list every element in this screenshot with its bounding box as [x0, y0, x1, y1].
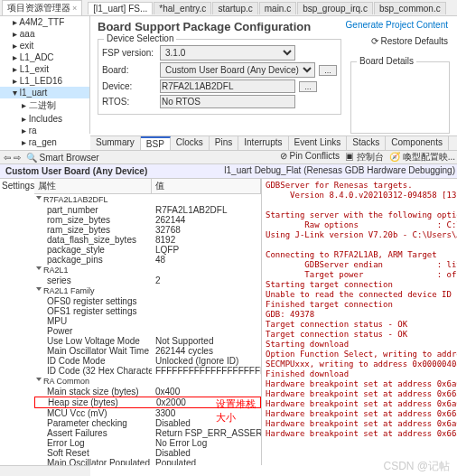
- property-group[interactable]: RA Common: [34, 376, 261, 387]
- table-row[interactable]: data_flash_size_bytes8192: [34, 235, 261, 245]
- pin-conflicts-tab[interactable]: ⊘ Pin Conflicts: [280, 151, 340, 163]
- table-row[interactable]: Heap size (bytes)0x2000设置堆栈大小: [34, 397, 261, 408]
- table-row[interactable]: Soft ResetDisabled: [34, 448, 261, 458]
- device-selection-group: Device Selection FSP version:3.1.0 Board…: [98, 39, 341, 115]
- smart-browser-tab[interactable]: 🔍 Smart Browser: [26, 153, 99, 163]
- table-row[interactable]: package_pins48: [34, 255, 261, 265]
- watermark: CSDN @记帖: [383, 459, 450, 474]
- tab-components[interactable]: Components: [386, 136, 449, 150]
- settings-label: Settings: [2, 181, 34, 191]
- toolbar-row: ⇦ ⇨ 🔍 Smart Browser ⊘ Pin Conflicts ▣ 控制…: [0, 150, 457, 164]
- table-row[interactable]: OFS1 register settings: [34, 306, 261, 316]
- tab-clocks[interactable]: Clocks: [171, 136, 210, 150]
- tree-item[interactable]: ▸ L1_exit: [0, 63, 89, 75]
- fsp-select[interactable]: 3.1.0: [160, 45, 295, 61]
- table-row[interactable]: Main Oscillator Wait Time262144 cycles: [34, 346, 261, 356]
- table-row[interactable]: Main Oscillator PopulatedPopulated: [34, 458, 261, 465]
- tab-eventlinks[interactable]: Event Links: [289, 136, 348, 150]
- device-browse-button[interactable]: ...: [299, 81, 317, 92]
- rtos-label: RTOS:: [102, 97, 156, 107]
- tree-sub-item[interactable]: ▸ ra: [9, 125, 89, 136]
- device-field: [160, 79, 295, 93]
- top-tabbar: 项目资源管理器× [l1_uart] FS... *hal_entry.c st…: [0, 0, 457, 16]
- console-tab[interactable]: ▣ 控制台: [345, 151, 384, 163]
- console-header: l1_uart Debug_Flat (Renesas GDB Hardware…: [224, 165, 455, 175]
- table-row[interactable]: Power: [34, 326, 261, 336]
- tree-sub-item[interactable]: ▸ 二进制: [9, 98, 89, 113]
- table-row[interactable]: ID Code (32 Hex Characters)FFFFFFFFFFFFF…: [34, 366, 261, 376]
- rtos-field: [160, 95, 295, 108]
- editor-tab-1[interactable]: *hal_entry.c: [154, 2, 211, 14]
- editor-tab-3[interactable]: main.c: [259, 2, 296, 14]
- table-row[interactable]: Use Low Voltage ModeNot Supported: [34, 336, 261, 346]
- editor-tab-0[interactable]: [l1_uart] FS...: [88, 2, 153, 14]
- project-explorer-tab[interactable]: 项目资源管理器×: [2, 0, 82, 15]
- generate-link[interactable]: Generate Project Content: [346, 20, 448, 30]
- table-row[interactable]: OFS0 register settings: [34, 296, 261, 306]
- editor-tab-4[interactable]: bsp_group_irq.c: [297, 2, 373, 14]
- table-row[interactable]: ID Code ModeUnlocked (Ignore ID): [34, 356, 261, 366]
- bsp-config-panel: Board Support Package Configuration Gene…: [90, 16, 457, 150]
- table-header: 属性值: [34, 179, 261, 194]
- board-details-group: Board Details: [350, 61, 450, 134]
- tab-pins[interactable]: Pins: [210, 136, 238, 150]
- scrollbar-stub[interactable]: [0, 465, 90, 476]
- tree-item[interactable]: ▸ A4M2_TTF: [0, 16, 89, 28]
- tree-item[interactable]: ▸ L1_LED16: [0, 75, 89, 87]
- properties-panel: Settings 属性值 R7FA2L1AB2DFLpart_numberR7F…: [0, 179, 262, 465]
- restore-defaults[interactable]: ⟳ Restore Defaults: [371, 36, 448, 46]
- tab-summary[interactable]: Summary: [90, 136, 141, 150]
- board-browse-button[interactable]: ...: [319, 65, 337, 76]
- properties-header: Custom User Board (Any Device) l1_uart D…: [0, 164, 457, 179]
- tree-sub-item[interactable]: ▸ Includes: [9, 113, 89, 125]
- tree-item[interactable]: ▸ L1_ADC: [0, 51, 89, 63]
- table-row[interactable]: MPU: [34, 316, 261, 326]
- properties-table: 属性值 R7FA2L1AB2DFLpart_numberR7FA2L1AB2DF…: [34, 179, 261, 465]
- fieldset-legend: Board Details: [357, 56, 416, 66]
- table-row[interactable]: Assert FailuresReturn FSP_ERR_ASSERTION: [34, 428, 261, 438]
- property-group[interactable]: R7FA2L1AB2DFL: [34, 194, 261, 205]
- fieldset-legend: Device Selection: [104, 33, 176, 43]
- project-tree: ▸ A4M2_TTF ▸ aaa ▸ exit ▸ L1_ADC ▸ L1_ex…: [0, 16, 90, 134]
- board-label: Board:: [102, 65, 156, 75]
- table-row[interactable]: series2: [34, 275, 261, 285]
- table-row[interactable]: part_numberR7FA2L1AB2DFL: [34, 205, 261, 215]
- close-icon[interactable]: ×: [72, 4, 77, 13]
- device-label: Device:: [102, 81, 156, 91]
- tree-item-selected[interactable]: ▾ l1_uart: [0, 87, 89, 98]
- board-select[interactable]: Custom User Board (Any Device): [160, 62, 315, 78]
- tree-item[interactable]: ▸ exit: [0, 40, 89, 51]
- table-row[interactable]: Main stack size (bytes)0x400: [34, 387, 261, 397]
- fsp-label: FSP version:: [102, 48, 156, 58]
- editor-tab-2[interactable]: startup.c: [212, 2, 257, 14]
- tree-item[interactable]: ▸ aaa: [0, 28, 89, 40]
- debug-console: GDBServer for Renesas targets. Version 8…: [262, 179, 457, 465]
- table-row[interactable]: Error LogNo Error Log: [34, 438, 261, 448]
- property-group[interactable]: RA2L1 Family: [34, 285, 261, 296]
- tab-interrupts[interactable]: Interrupts: [238, 136, 288, 150]
- tab-stacks[interactable]: Stacks: [347, 136, 386, 150]
- table-row[interactable]: ram_size_bytes32768: [34, 225, 261, 235]
- editor-tab-5[interactable]: bsp_common.c: [374, 2, 446, 14]
- property-group[interactable]: RA2L1: [34, 265, 261, 275]
- tree-sub-item[interactable]: ▸ ra_gen: [9, 136, 89, 148]
- debug-config-tab[interactable]: 🧭 喚型配置映...: [389, 151, 455, 163]
- table-row[interactable]: package_styleLQFP: [34, 245, 261, 255]
- nav-icon[interactable]: ⇦ ⇨: [4, 153, 21, 163]
- tab-bsp[interactable]: BSP: [141, 136, 171, 150]
- table-row[interactable]: rom_size_bytes262144: [34, 215, 261, 225]
- bsp-bottom-tabs: Summary BSP Clocks Pins Interrupts Event…: [90, 135, 457, 150]
